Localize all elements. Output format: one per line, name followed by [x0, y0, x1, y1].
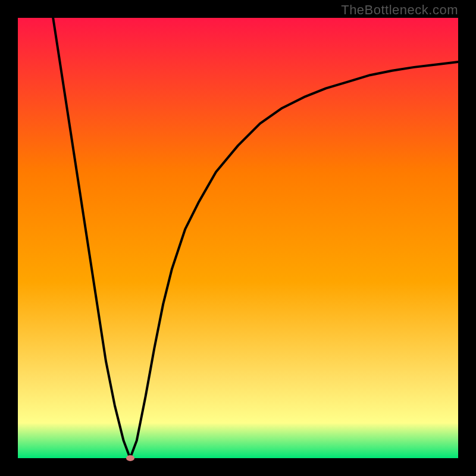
bottleneck-chart: [18, 18, 458, 458]
gradient-background: [18, 18, 458, 458]
minimum-marker: [126, 455, 134, 461]
plot-frame: [18, 18, 458, 458]
watermark-text: TheBottleneck.com: [341, 2, 458, 18]
